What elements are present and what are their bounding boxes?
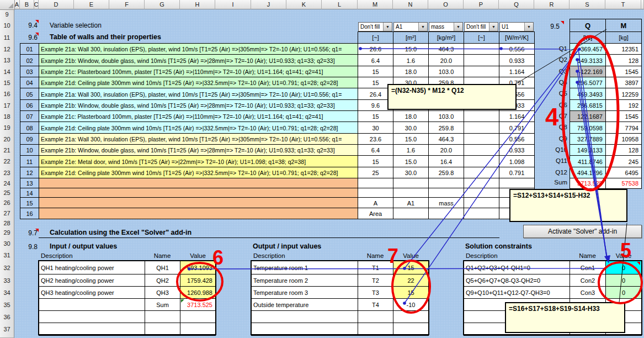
wall-value-cell-o[interactable]: 259.8 <box>428 167 464 179</box>
chevron-down-icon[interactable]: ▼ <box>489 23 498 31</box>
table-cell-description[interactable] <box>39 298 145 311</box>
table-cell-description[interactable]: Temperature room 1 <box>251 261 358 275</box>
wall-value-cell-n[interactable]: 1.6 <box>393 144 429 156</box>
table-cell-description[interactable]: QH1 heating/cooling power <box>39 261 145 275</box>
column-header-O[interactable]: O <box>428 0 464 9</box>
result-col-header-m[interactable]: M <box>605 19 642 32</box>
wall-row-description[interactable]: Example 21c: Plasterboard 100mm, plaster… <box>39 66 358 78</box>
select-all-corner[interactable] <box>0 0 15 10</box>
wall-value-cell-q[interactable]: 1.164 <box>499 66 535 78</box>
column-header-G[interactable]: G <box>145 0 180 9</box>
table-cell-value[interactable]: 693.1093 <box>180 261 216 275</box>
wall-row-description[interactable]: Example 21a: Wall 300, insulation (EPS),… <box>39 88 358 101</box>
row-header-18[interactable]: 18 <box>0 110 14 123</box>
wall-value-cell-m[interactable]: 26.6 <box>358 43 393 55</box>
variable-dropdown-1[interactable]: A1▼ <box>393 22 428 31</box>
wall-row-id[interactable]: 11 <box>20 155 39 168</box>
result-m-value[interactable]: 128 <box>605 144 642 156</box>
wall-value-cell-p[interactable] <box>464 178 499 189</box>
wall-row-id[interactable]: 08 <box>20 122 39 134</box>
table-cell-value[interactable]: 0 <box>605 274 642 287</box>
result-q-value[interactable]: 286.6815 <box>570 99 606 112</box>
column-header-R[interactable]: R <box>534 0 570 9</box>
row-header-22[interactable]: 22 <box>0 155 14 168</box>
row-header-23[interactable]: 23 <box>0 167 14 179</box>
row-header-10[interactable]: 10 <box>0 19 14 32</box>
table-cell-name[interactable]: Con3 <box>570 286 606 299</box>
wall-row-description[interactable]: Example 21a: Wall 300, insulation (EPS),… <box>39 43 358 55</box>
wall-row-id[interactable]: 02 <box>20 54 39 67</box>
wall-row-id[interactable]: 15 <box>20 197 39 209</box>
variable-dropdown-0[interactable]: Don't fill▼ <box>358 22 392 31</box>
column-header-E[interactable]: E <box>74 0 109 9</box>
table-cell-description[interactable]: Q9+Q10+Q11+Q12-Q7-QH3=0 <box>464 286 570 299</box>
wall-row-id[interactable]: 06 <box>20 99 39 112</box>
table-cell-description[interactable]: Temperature room 2 <box>251 274 358 287</box>
row-header-31[interactable]: 31 <box>0 250 14 261</box>
wall-value-cell-m[interactable]: 6.4 <box>358 144 393 156</box>
row-header-17[interactable]: 17 <box>0 99 14 112</box>
wall-value-cell-q[interactable]: 0.556 <box>499 43 535 55</box>
row-header-33[interactable]: 33 <box>0 274 14 287</box>
column-header-C[interactable]: C <box>34 0 39 9</box>
wall-value-cell-n[interactable]: 30.0 <box>393 122 429 134</box>
wall-value-cell-n[interactable]: 18.0 <box>393 110 429 123</box>
row-header-26[interactable]: 26 <box>0 197 14 209</box>
wall-value-cell-o[interactable]: 464.3 <box>428 43 464 55</box>
units-cell-2[interactable]: [kg/m²] <box>428 31 464 44</box>
wall-value-cell-m[interactable] <box>358 178 393 189</box>
table-cell-value[interactable]: 15 <box>393 286 429 299</box>
wall-value-cell-n[interactable]: 30.0 <box>393 167 429 179</box>
row-header-13[interactable]: 13 <box>0 54 14 67</box>
wall-value-cell-m[interactable]: 15 <box>358 155 393 168</box>
chevron-down-icon[interactable]: ▼ <box>524 23 533 31</box>
wall-value-cell-q[interactable]: 1.164 <box>499 110 535 123</box>
result-m-value[interactable]: 192 <box>605 99 642 112</box>
result-m-value[interactable]: 10958 <box>605 133 642 145</box>
table-cell-name[interactable] <box>358 323 393 336</box>
wall-value-cell-o[interactable]: 103.0 <box>428 110 464 123</box>
result-q-value[interactable]: 494.1796 <box>570 167 606 179</box>
wall-value-cell-n[interactable]: 1.6 <box>393 54 429 67</box>
table-cell-value[interactable]: 1759.428 <box>180 274 216 287</box>
row-header-27[interactable]: 27 <box>0 208 14 219</box>
wall-row-id[interactable]: 13 <box>20 178 39 189</box>
wall-row-id[interactable]: 09 <box>20 133 39 145</box>
table-cell-name[interactable]: T2 <box>358 274 393 287</box>
units-cell-4[interactable]: [W/m²/K] <box>499 31 535 44</box>
table-cell-name[interactable]: Con2 <box>570 274 606 287</box>
table-cell-name[interactable]: QH2 <box>145 274 180 287</box>
wall-value-cell-m[interactable]: 15 <box>358 110 393 123</box>
row-header-24[interactable]: 24 <box>0 178 14 189</box>
table-cell-description[interactable]: QH3 heating/cooling power <box>39 286 145 299</box>
table-cell-value[interactable]: 1260.988 <box>180 286 216 299</box>
result-m-value[interactable]: 12351 <box>605 43 642 55</box>
row-header-12[interactable]: 12 <box>0 43 14 55</box>
variable-dropdown-2[interactable]: mass▼ <box>429 22 463 31</box>
wall-value-cell-p[interactable] <box>464 133 499 145</box>
column-header-Q[interactable]: Q <box>499 0 534 9</box>
wall-row-description[interactable]: Example 21c: Plasterboard 100mm, plaster… <box>39 110 358 123</box>
wall-value-cell-q[interactable]: 1.098 <box>499 155 535 168</box>
result-q-value[interactable]: 327.7889 <box>570 133 606 145</box>
result-m-value[interactable]: 128 <box>605 54 642 67</box>
result-q-value[interactable]: 296.5077 <box>570 77 606 89</box>
wall-value-cell-o[interactable] <box>428 208 464 219</box>
result-m-value[interactable]: 1545 <box>605 110 642 123</box>
table-cell-value[interactable]: 22 <box>393 274 429 287</box>
table-cell-name[interactable]: QH3 <box>145 286 180 299</box>
wall-row-id[interactable]: 04 <box>20 77 39 89</box>
chevron-down-icon[interactable]: ▼ <box>383 23 392 31</box>
variable-dropdown-4[interactable]: U1▼ <box>499 22 534 31</box>
wall-value-cell-o[interactable]: 20.0 <box>428 54 464 67</box>
column-header-F[interactable]: F <box>109 0 145 9</box>
column-header-B[interactable]: B <box>20 0 34 9</box>
row-header-32[interactable]: 32 <box>0 261 14 275</box>
wall-value-cell-o[interactable] <box>428 178 464 189</box>
wall-value-cell-n[interactable]: 15.0 <box>393 43 429 55</box>
result-q-value[interactable]: -122.169 <box>570 66 606 78</box>
wall-row-description[interactable]: Example 21d: Ceiling plate 300mm wind 10… <box>39 122 358 134</box>
result-col-header-q[interactable]: Q <box>570 19 606 32</box>
table-cell-name[interactable]: Con1 <box>570 261 606 275</box>
wall-value-cell-q[interactable]: 0.556 <box>499 133 535 145</box>
